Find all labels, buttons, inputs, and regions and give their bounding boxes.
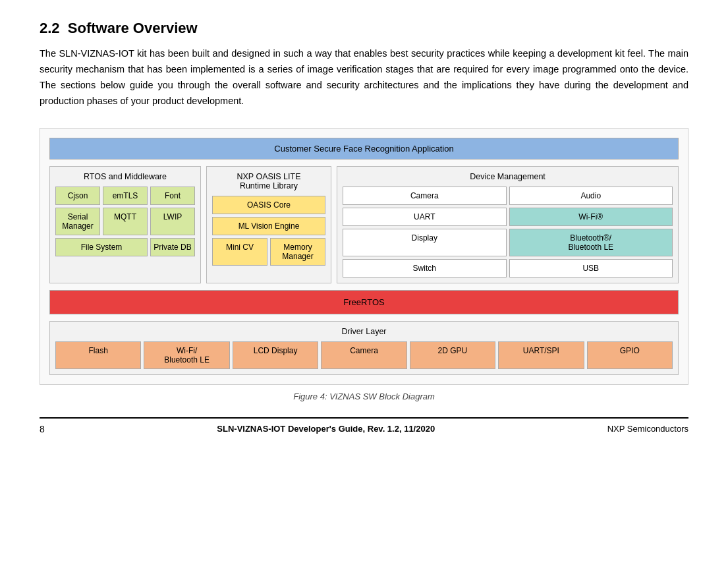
col-device-header: Device Management bbox=[343, 172, 673, 181]
section-heading: 2.2 Software Overview bbox=[40, 20, 688, 37]
device-grid-top: Camera Audio UART Wi-Fi® bbox=[343, 187, 673, 226]
figure-caption: Figure 4: VIZNAS SW Block Diagram bbox=[40, 392, 688, 401]
freertos-bar: FreeRTOS bbox=[49, 290, 679, 314]
top-bar: Customer Secure Face Recognition Applica… bbox=[49, 138, 679, 160]
driver-flash: Flash bbox=[55, 341, 141, 369]
cell-usb: USB bbox=[509, 259, 673, 277]
cell-cjson: Cjson bbox=[55, 187, 100, 205]
cell-serial-manager: SerialManager bbox=[55, 208, 100, 235]
rtos-grid: Cjson emTLS Font SerialManager MQTT LWIP… bbox=[55, 187, 195, 256]
cell-switch: Switch bbox=[343, 259, 507, 277]
cell-mqtt: MQTT bbox=[103, 208, 148, 235]
cell-audio: Audio bbox=[509, 187, 673, 205]
footer-title: SLN-VIZNAS-IOT Developer's Guide, Rev. 1… bbox=[217, 424, 435, 434]
nxp-bottom-row: Mini CV MemoryManager bbox=[212, 238, 325, 266]
nxp-stack: OASIS Core ML Vision Engine Mini CV Memo… bbox=[212, 196, 325, 266]
col-nxp-header: NXP OASIS LITE Runtime Library bbox=[212, 172, 325, 190]
cell-oasis-core: OASIS Core bbox=[212, 196, 325, 214]
diagram-container: Customer Secure Face Recognition Applica… bbox=[40, 128, 688, 385]
driver-grid: Flash Wi-Fi/Bluetooth LE LCD Display Cam… bbox=[55, 341, 673, 369]
driver-camera: Camera bbox=[321, 341, 406, 369]
footer-brand: NXP Semiconductors bbox=[607, 424, 688, 434]
col-device: Device Management Camera Audio UART Wi-F… bbox=[337, 166, 679, 283]
driver-wifi-bt: Wi-Fi/Bluetooth LE bbox=[144, 341, 229, 369]
footer-page-number: 8 bbox=[40, 424, 45, 434]
cell-font: Font bbox=[150, 187, 195, 205]
middle-section: RTOS and Middleware Cjson emTLS Font Ser… bbox=[49, 166, 679, 283]
driver-lcd: LCD Display bbox=[233, 341, 318, 369]
page-footer: 8 SLN-VIZNAS-IOT Developer's Guide, Rev.… bbox=[40, 417, 688, 434]
cell-display: Display bbox=[343, 229, 507, 256]
driver-header: Driver Layer bbox=[55, 327, 673, 336]
driver-section: Driver Layer Flash Wi-Fi/Bluetooth LE LC… bbox=[49, 321, 679, 375]
col-rtos-header: RTOS and Middleware bbox=[55, 172, 195, 181]
cell-bluetooth: Bluetooth®/Bluetooth LE bbox=[509, 229, 673, 256]
cell-uart: UART bbox=[343, 208, 507, 226]
driver-gpio: GPIO bbox=[587, 341, 673, 369]
cell-ml-vision: ML Vision Engine bbox=[212, 217, 325, 235]
cell-lwip: LWIP bbox=[150, 208, 195, 235]
cell-file-system: File System bbox=[55, 238, 148, 256]
cell-memory-manager: MemoryManager bbox=[270, 238, 325, 266]
cell-private-db: Private DB bbox=[150, 238, 195, 256]
cell-camera: Camera bbox=[343, 187, 507, 205]
cell-emtls: emTLS bbox=[103, 187, 148, 205]
col-rtos: RTOS and Middleware Cjson emTLS Font Ser… bbox=[49, 166, 201, 283]
driver-2d-gpu: 2D GPU bbox=[410, 341, 495, 369]
device-grid-bottom: Display Bluetooth®/Bluetooth LE Switch U… bbox=[343, 229, 673, 277]
driver-uart-spi: UART/SPI bbox=[498, 341, 584, 369]
cell-wifi: Wi-Fi® bbox=[509, 208, 673, 226]
col-nxp: NXP OASIS LITE Runtime Library OASIS Cor… bbox=[206, 166, 331, 283]
cell-mini-cv: Mini CV bbox=[212, 238, 267, 266]
intro-paragraph: The SLN-VIZNAS-IOT kit has been built an… bbox=[40, 46, 688, 109]
